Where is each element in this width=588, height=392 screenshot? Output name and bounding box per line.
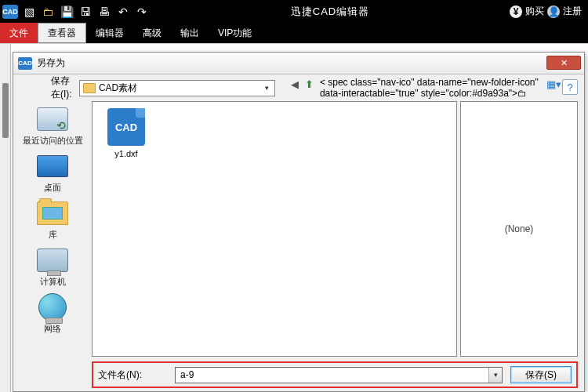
- preview-none-text: (None): [505, 223, 534, 234]
- folder-name: CAD素材: [99, 82, 137, 95]
- desktop-icon: [37, 155, 68, 177]
- main-menubar: 文件 查看器 编辑器 高级 输出 VIP功能: [0, 23, 588, 43]
- filename-value: a-9: [180, 369, 194, 380]
- place-recent[interactable]: 最近访问的位置: [23, 104, 83, 147]
- dialog-icon: CAD: [18, 57, 32, 70]
- file-name: y1.dxf: [114, 149, 137, 158]
- chevron-down-icon[interactable]: ▾: [261, 82, 273, 94]
- buy-link[interactable]: 购买: [525, 5, 544, 18]
- menu-vip[interactable]: VIP功能: [209, 23, 261, 43]
- menu-file[interactable]: 文件: [0, 23, 38, 43]
- dialog-bottom: 文件名(N): a-9 ▾ 保存(S) 保存类型(T): AutoCAD® 20…: [13, 357, 584, 392]
- save-icon[interactable]: 💾: [58, 3, 75, 20]
- menu-viewer[interactable]: 查看器: [38, 23, 86, 43]
- place-desktop-label: 桌面: [44, 182, 61, 194]
- filename-label: 文件名(N):: [98, 368, 167, 382]
- register-link[interactable]: 注册: [563, 5, 582, 18]
- place-computer[interactable]: 计算机: [35, 245, 70, 288]
- close-button[interactable]: ✕: [546, 56, 581, 70]
- user-icon[interactable]: 👤: [547, 5, 560, 18]
- menu-advanced[interactable]: 高级: [133, 23, 171, 43]
- redo-icon[interactable]: ↷: [133, 3, 151, 20]
- app-titlebar: CAD ▧ 🗀 💾 🖫 🖶 ↶ ↷ 迅捷CAD编辑器 ¥ 购买 👤 注册: [0, 0, 588, 23]
- dialog-titlebar: CAD 另存为 ✕: [13, 53, 584, 74]
- folder-combo[interactable]: CAD素材 ▾: [79, 80, 275, 96]
- left-scroll-strip[interactable]: [0, 44, 11, 392]
- computer-icon: [37, 249, 68, 272]
- location-row: 保存在(I): CAD素材 ▾ ◀ ⬆ < spec class="nav-ic…: [13, 74, 584, 98]
- places-bar: 最近访问的位置 桌面 库 计算机 网络: [13, 98, 92, 357]
- titlebar-right: ¥ 购买 👤 注册: [510, 5, 588, 18]
- library-icon: [37, 201, 68, 225]
- dialog-body: 最近访问的位置 桌面 库 计算机 网络: [13, 98, 584, 357]
- place-computer-label: 计算机: [40, 276, 66, 288]
- currency-icon[interactable]: ¥: [510, 5, 522, 18]
- place-desktop[interactable]: 桌面: [35, 151, 70, 194]
- menu-editor[interactable]: 编辑器: [86, 23, 133, 43]
- place-library[interactable]: 库: [35, 198, 70, 241]
- save-as-dialog: CAD 另存为 ✕ ? 保存在(I): CAD素材 ▾ ◀ ⬆ < spec c…: [13, 52, 585, 392]
- save-in-label: 保存在(I):: [51, 74, 73, 101]
- place-recent-label: 最近访问的位置: [23, 135, 83, 147]
- place-network[interactable]: 网络: [35, 292, 70, 335]
- quick-access-toolbar: CAD ▧ 🗀 💾 🖫 🖶 ↶ ↷: [0, 3, 151, 20]
- app-title: 迅捷CAD编辑器: [151, 5, 510, 19]
- dialog-title-text: 另存为: [37, 56, 65, 70]
- open-icon[interactable]: 🗀: [39, 3, 56, 20]
- preview-pane: (None): [460, 101, 578, 357]
- print-icon[interactable]: 🖶: [96, 3, 113, 20]
- menu-output[interactable]: 输出: [171, 23, 209, 43]
- place-library-label: 库: [49, 229, 57, 241]
- chevron-down-icon[interactable]: ▾: [488, 368, 502, 383]
- undo-icon[interactable]: ↶: [114, 3, 132, 20]
- filename-input[interactable]: a-9 ▾: [175, 367, 503, 383]
- recent-icon: [37, 107, 68, 131]
- back-icon[interactable]: ◀: [291, 77, 299, 91]
- filename-row-highlight: 文件名(N): a-9 ▾ 保存(S): [92, 361, 578, 388]
- new-icon[interactable]: ▧: [20, 3, 38, 20]
- file-item[interactable]: CAD y1.dxf: [99, 108, 154, 158]
- view-menu-icon[interactable]: ▦▾: [546, 77, 561, 91]
- folder-icon: [83, 83, 96, 93]
- network-icon: [38, 293, 67, 321]
- file-cad-icon: CAD: [107, 108, 145, 146]
- file-list-area[interactable]: CAD y1.dxf: [92, 101, 457, 357]
- up-icon[interactable]: ⬆: [305, 77, 314, 91]
- place-network-label: 网络: [44, 323, 61, 335]
- workspace: CAD 另存为 ✕ ? 保存在(I): CAD素材 ▾ ◀ ⬆ < spec c…: [0, 43, 588, 392]
- app-logo-icon: CAD: [2, 3, 19, 20]
- saveas-icon[interactable]: 🖫: [77, 3, 94, 20]
- save-button[interactable]: 保存(S): [510, 366, 572, 383]
- nav-icons: ◀ ⬆ < spec class="nav-ico" data-name="ne…: [291, 77, 561, 99]
- help-button[interactable]: ?: [562, 79, 578, 95]
